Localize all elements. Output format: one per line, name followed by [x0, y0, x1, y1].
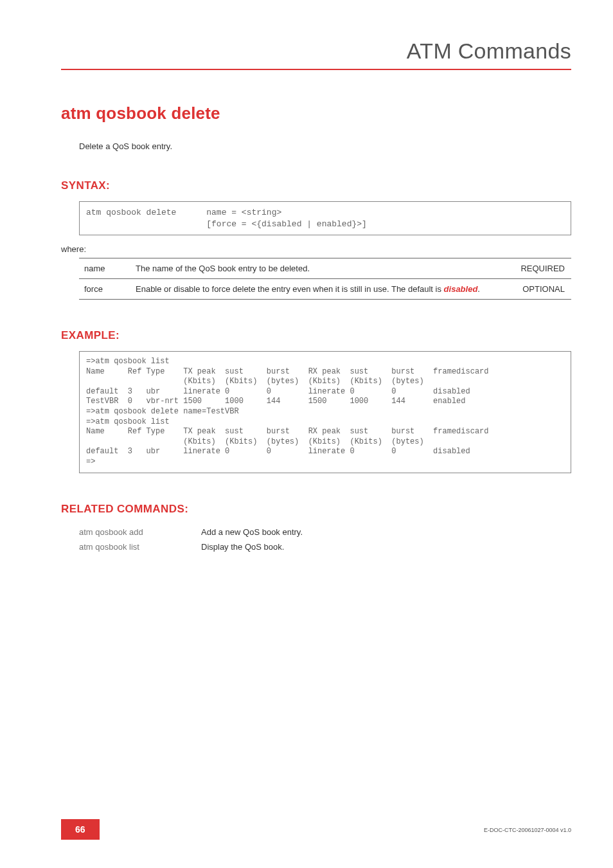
intro-text: Delete a QoS book entry. — [79, 141, 571, 151]
param-required: REQUIRED — [507, 258, 571, 279]
related-cmd: atm qosbook add — [79, 525, 201, 539]
chapter-title: ATM Commands — [61, 39, 571, 70]
doc-id: E-DOC-CTC-20061027-0004 v1.0 — [484, 827, 571, 833]
related-cmd: atm qosbook list — [79, 539, 201, 554]
param-desc: Enable or disable to force delete the en… — [130, 279, 507, 300]
related-heading: RELATED COMMANDS: — [61, 503, 571, 516]
related-desc: Add a new QoS book entry. — [201, 525, 303, 539]
where-label: where: — [61, 244, 571, 254]
param-table: name The name of the QoS book entry to b… — [79, 258, 571, 300]
related-row: atm qosbook add Add a new QoS book entry… — [79, 525, 303, 539]
footer: 66 E-DOC-CTC-20061027-0004 v1.0 — [61, 819, 571, 840]
command-title: atm qosbook delete — [61, 104, 571, 123]
param-desc-post: . — [477, 284, 480, 294]
param-row: force Enable or disable to force delete … — [79, 279, 571, 300]
example-heading: EXAMPLE: — [61, 329, 571, 342]
param-desc-pre: Enable or disable to force delete the en… — [136, 284, 444, 294]
param-desc-em: disabled — [444, 284, 478, 294]
param-desc: The name of the QoS book entry to be del… — [130, 258, 507, 279]
page-number: 66 — [61, 819, 100, 840]
param-required: OPTIONAL — [507, 279, 571, 300]
example-code: =>atm qosbook list Name Ref Type TX peak… — [79, 351, 571, 473]
related-desc: Display the QoS book. — [201, 539, 303, 554]
syntax-code: atm qosbook delete name = <string> [forc… — [79, 201, 571, 235]
page: ATM Commands atm qosbook delete Delete a… — [0, 0, 613, 868]
related-table: atm qosbook add Add a new QoS book entry… — [79, 525, 303, 554]
related-row: atm qosbook list Display the QoS book. — [79, 539, 303, 554]
param-row: name The name of the QoS book entry to b… — [79, 258, 571, 279]
param-name: force — [79, 279, 130, 300]
syntax-heading: SYNTAX: — [61, 179, 571, 192]
param-name: name — [79, 258, 130, 279]
